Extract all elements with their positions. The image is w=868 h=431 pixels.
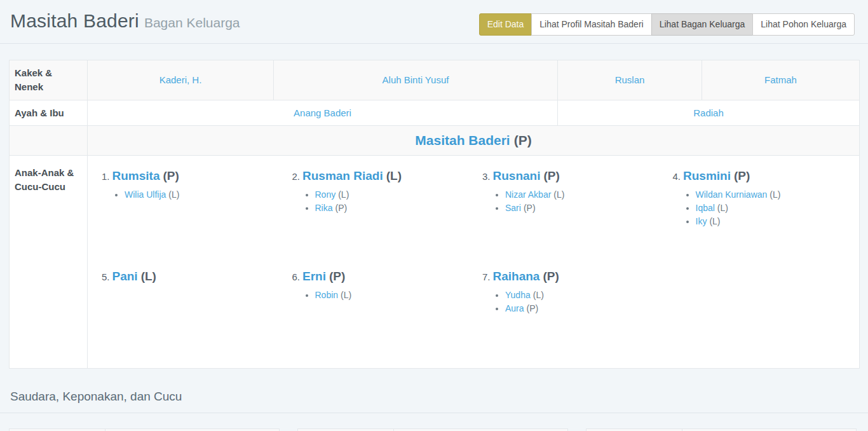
children-row: Anak-Anak & Cucu-Cucu 1.Rumsita(P) Wilia… [10, 156, 860, 369]
child-number: 1. [102, 171, 110, 182]
sibling-card: Saudara Syamsuri Baderi(L) Keponakan & C… [297, 428, 568, 431]
child-number: 3. [482, 171, 491, 182]
grandchild-link[interactable]: Robin [315, 290, 339, 300]
child-block: 1.Rumsita(P) Wilia Ulfija(L) [93, 161, 283, 262]
child-block: 3.Rusnani(P) Nizar Akbar(L) Sari(P) [473, 161, 664, 262]
view-profile-button[interactable]: Lihat Profil Masitah Baderi [531, 13, 651, 36]
grandchild-link[interactable]: Wildan Kurniawan [696, 189, 768, 200]
father-link[interactable]: Anang Baderi [294, 107, 351, 118]
grandchild-item: Nizar Akbar(L) [505, 189, 658, 200]
grandchild-item: Iqbal(L) [696, 203, 848, 213]
grandchild-gender: (L) [338, 189, 349, 200]
edit-data-button[interactable]: Edit Data [479, 13, 532, 36]
grandchild-item: Robin(L) [315, 290, 468, 300]
grandchild-link[interactable]: Aura [505, 303, 524, 313]
child-gender: (P) [163, 169, 179, 182]
page-subtitle: Bagan Keluarga [144, 15, 240, 30]
main-content: Kakek & Nenek Kaderi, H. Aluh Binti Yusu… [0, 60, 868, 431]
grandchild-link[interactable]: Wilia Ulfija [125, 189, 166, 200]
sibling-card: Saudara Riduan Baderi(L) Keponakan & Cuc… [586, 428, 857, 431]
child-gender: (P) [543, 270, 559, 283]
person-row-label [10, 126, 88, 156]
grandchild-link[interactable]: Sari [505, 203, 521, 213]
person-gender: (P) [514, 133, 532, 147]
child-block: 6.Erni(P) Robin(L) [283, 262, 474, 362]
grandchild-link[interactable]: Rony [315, 189, 336, 200]
grandchild-link[interactable]: Rika [315, 203, 333, 213]
child-block: 7.Raihana(P) Yudha(L) Aura(P) [473, 262, 664, 362]
grandchild-gender: (L) [717, 203, 728, 213]
person-row: Masitah Baderi(P) [10, 126, 860, 156]
grandchild-link[interactable]: Yudha [505, 290, 531, 300]
grandchild-link[interactable]: Iqbal [696, 203, 715, 213]
child-name-link[interactable]: Rusman Riadi [302, 169, 383, 182]
grandchild-item: Sari(P) [505, 203, 658, 213]
child-block: 4.Rusmini(P) Wildan Kurniawan(L) Iqbal(L… [664, 161, 855, 262]
child-name-link[interactable]: Erni [302, 270, 326, 283]
sibling-card: Saudara Noorsehan Baderi, Hj.(P) Keponak… [9, 428, 280, 431]
child-name-link[interactable]: Pani [112, 270, 138, 283]
view-chart-button[interactable]: Lihat Bagan Keluarga [651, 13, 754, 36]
grandparent-link[interactable]: Ruslan [615, 74, 645, 85]
child-number: 5. [102, 271, 110, 282]
grandchild-link[interactable]: Iky [696, 216, 707, 226]
grandchild-link[interactable]: Nizar Akbar [505, 189, 551, 200]
grandchild-gender: (L) [168, 189, 179, 200]
child-gender: (P) [329, 270, 345, 283]
sibling-cards-row: Saudara Noorsehan Baderi, Hj.(P) Keponak… [9, 428, 859, 431]
grandchild-gender: (L) [341, 290, 351, 300]
page-header: Masitah BaderiBagan Keluarga Edit Data L… [0, 0, 868, 44]
parents-row: Ayah & Ibu Anang Baderi Radiah [10, 100, 860, 126]
child-name-link[interactable]: Rumsita [112, 169, 160, 182]
child-number: 7. [482, 271, 491, 282]
grandchild-item: Aura(P) [505, 303, 658, 313]
grandchild-item: Wildan Kurniawan(L) [696, 189, 848, 200]
siblings-section-heading: Saudara, Keponakan, dan Cucu [0, 384, 868, 413]
grandchild-gender: (P) [336, 203, 348, 213]
grandchild-item: Yudha(L) [505, 290, 658, 300]
grandchild-item: Iky(L) [696, 216, 848, 226]
child-name-link[interactable]: Rusnani [493, 169, 541, 182]
children-grid: 1.Rumsita(P) Wilia Ulfija(L) 2.Rusman Ri… [93, 161, 854, 362]
grandchild-gender: (L) [553, 189, 564, 200]
child-gender: (L) [141, 270, 156, 283]
grandchild-item: Rony(L) [315, 189, 468, 200]
child-gender: (P) [543, 169, 559, 182]
grandparent-link[interactable]: Kaderi, H. [159, 74, 202, 85]
view-tree-button[interactable]: Lihat Pohon Keluarga [752, 13, 855, 36]
grandchild-item: Rika(P) [315, 203, 468, 213]
grandparents-row: Kakek & Nenek Kaderi, H. Aluh Binti Yusu… [10, 60, 860, 100]
child-number: 6. [292, 271, 301, 282]
child-block: 2.Rusman Riadi(L) Rony(L) Rika(P) [283, 161, 474, 262]
child-gender: (P) [734, 169, 750, 182]
grandchild-gender: (L) [770, 189, 780, 200]
children-row-label: Anak-Anak & Cucu-Cucu [10, 156, 88, 369]
child-number: 4. [673, 171, 681, 182]
child-gender: (L) [386, 169, 402, 182]
grandchild-item: Wilia Ulfija(L) [125, 189, 277, 200]
header-button-group: Edit Data Lihat Profil Masitah Baderi Li… [479, 13, 855, 36]
grandchild-gender: (L) [709, 216, 720, 226]
grandparent-link[interactable]: Fatmah [764, 74, 797, 85]
child-number: 2. [292, 171, 301, 182]
child-block: 5.Pani(L) [93, 262, 283, 362]
family-chart-table: Kakek & Nenek Kaderi, H. Aluh Binti Yusu… [9, 60, 860, 369]
grandparent-link[interactable]: Aluh Binti Yusuf [383, 74, 449, 85]
grandchild-gender: (P) [524, 203, 536, 213]
parents-row-label: Ayah & Ibu [10, 100, 88, 126]
child-name-link[interactable]: Rusmini [683, 169, 731, 182]
page-title: Masitah Baderi [10, 10, 139, 31]
grandparents-row-label: Kakek & Nenek [10, 60, 88, 100]
grandchild-gender: (L) [533, 290, 544, 300]
grandchild-gender: (P) [527, 303, 539, 313]
person-name-link[interactable]: Masitah Baderi [415, 133, 510, 147]
mother-link[interactable]: Radiah [693, 107, 724, 118]
child-name-link[interactable]: Raihana [493, 270, 540, 283]
